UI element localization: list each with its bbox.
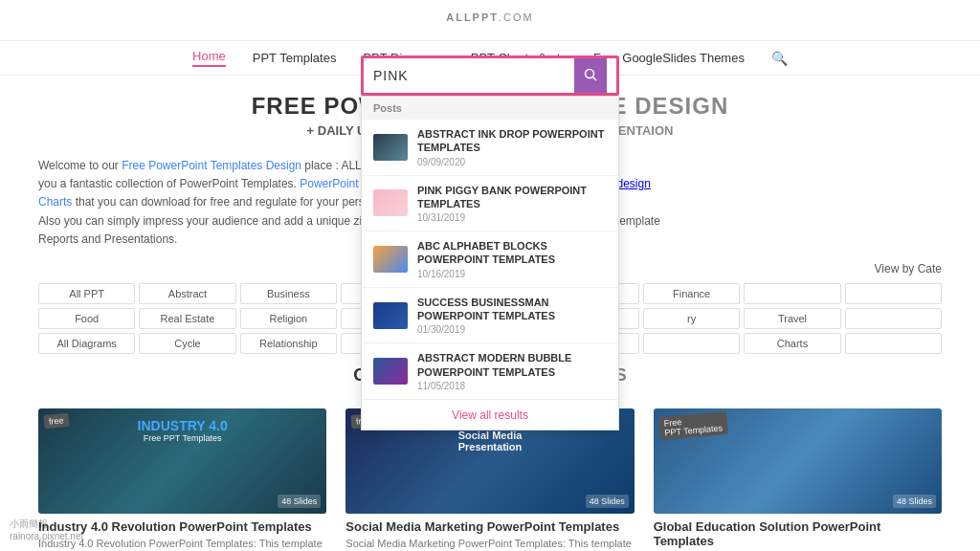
cat-real-estate[interactable]: Real Estate [139, 308, 235, 329]
free-badge: free [43, 413, 69, 429]
dropdown-item-date-3: 01/30/2019 [417, 324, 607, 335]
search-dropdown: Posts ABSTRACT INK DROP POWERPOINT TEMPL… [361, 96, 619, 430]
dropdown-item-content-2: ABC ALPHABET BLOCKS POWERPOINT TEMPLATES… [417, 239, 607, 279]
dropdown-thumb-0 [373, 134, 408, 161]
cat-travel[interactable]: Travel [744, 308, 840, 329]
slides-badge-2: 48 Slides [586, 495, 629, 508]
search-button[interactable] [574, 58, 607, 93]
search-input[interactable] [364, 62, 574, 89]
dropdown-item-2[interactable]: ABC ALPHABET BLOCKS POWERPOINT TEMPLATES… [362, 231, 618, 288]
cat-ry[interactable]: ry [643, 308, 740, 329]
dropdown-item-title-2: ABC ALPHABET BLOCKS POWERPOINT TEMPLATES [417, 239, 607, 267]
view-all-results: View all results [362, 400, 618, 430]
dropdown-thumb-4 [373, 358, 408, 385]
cat-all-diagrams[interactable]: All Diagrams [38, 333, 135, 354]
dropdown-item-content-3: SUCCESS BUSINESSMAN POWERPOINT TEMPLATES… [417, 296, 607, 336]
cat-charts[interactable]: Charts [744, 333, 840, 354]
dropdown-item-date-4: 11/05/2018 [417, 381, 607, 391]
slides-badge-1: 48 Slides [278, 495, 321, 508]
search-icon[interactable]: 🔍 [771, 51, 788, 66]
dropdown-item-3[interactable]: SUCCESS BUSINESSMAN POWERPOINT TEMPLATES… [362, 288, 618, 344]
card-global-education: FreePPT Templates 48 Slides Global Educa… [654, 408, 942, 551]
cat-hidden9[interactable] [643, 333, 740, 354]
cat-hidden3[interactable] [744, 283, 840, 304]
dropdown-item-title-3: SUCCESS BUSINESSMAN POWERPOINT TEMPLATES [417, 296, 607, 323]
dropdown-item-content-1: PINK PIGGY BANK POWERPOINT TEMPLATES 10/… [417, 184, 607, 224]
card-global-education-image[interactable]: FreePPT Templates 48 Slides [654, 408, 942, 514]
dropdown-item-date-1: 10/31/2019 [417, 212, 607, 223]
free-badge-3: FreePPT Templates [658, 411, 728, 440]
cat-hidden10[interactable] [845, 333, 942, 354]
cat-business[interactable]: Business [240, 283, 337, 304]
cat-abstract[interactable]: Abstract [139, 283, 235, 304]
cat-religion[interactable]: Religion [240, 308, 337, 329]
logo-text: ALLPPT [446, 11, 499, 23]
dropdown-item-title-1: PINK PIGGY BANK POWERPOINT TEMPLATES [417, 184, 607, 211]
nav-ppt-templates[interactable]: PPT Templates [253, 51, 337, 65]
card-social-media-desc: Social Media Marketing PowerPoint Templa… [345, 537, 634, 551]
card-global-education-title: Global Education Solution PowerPoint Tem… [654, 519, 942, 548]
dropdown-thumb-1 [373, 189, 408, 216]
dropdown-item-0[interactable]: ABSTRACT INK DROP POWERPOINT TEMPLATES 0… [362, 120, 618, 176]
dropdown-item-date-0: 09/09/2020 [417, 157, 607, 167]
dropdown-thumb-3 [373, 302, 408, 329]
search-overlay: Posts ABSTRACT INK DROP POWERPOINT TEMPL… [361, 55, 619, 430]
free-ppt-link[interactable]: Free PowerPoint Templates Design [122, 159, 301, 172]
dropdown-item-content-4: ABSTRACT MODERN BUBBLE POWERPOINT TEMPLA… [417, 351, 607, 391]
nav-home[interactable]: Home [192, 49, 226, 67]
dropdown-header: Posts [362, 97, 618, 120]
cat-hidden7[interactable] [845, 308, 942, 329]
slides-badge-3: 48 Slides [893, 495, 936, 508]
dropdown-item-title-0: ABSTRACT INK DROP POWERPOINT TEMPLATES [417, 127, 607, 155]
cat-cycle[interactable]: Cycle [139, 333, 235, 354]
dropdown-item-date-2: 10/16/2019 [417, 269, 607, 279]
cat-hidden4[interactable] [845, 283, 942, 304]
card-industry-image[interactable]: free INDUSTRY 4.0 Free PPT Templates 48 … [38, 408, 326, 514]
svg-line-1 [593, 77, 597, 80]
search-icon-btn [584, 68, 597, 81]
site-header: ALLPPT.COM [0, 0, 980, 41]
svg-point-0 [586, 69, 594, 77]
logo-suffix: .COM [499, 11, 534, 23]
dropdown-item-1[interactable]: PINK PIGGY BANK POWERPOINT TEMPLATES 10/… [362, 176, 618, 232]
site-logo: ALLPPT.COM [0, 10, 980, 34]
cat-all-ppt[interactable]: All PPT [38, 283, 135, 304]
watermark: 小雨簡報rainora.pixnet.net [10, 518, 83, 541]
card-social-media-title: Social Media Marketing PowerPoint Templa… [345, 519, 634, 534]
dropdown-item-4[interactable]: ABSTRACT MODERN BUBBLE POWERPOINT TEMPLA… [362, 343, 618, 400]
dropdown-item-content-0: ABSTRACT INK DROP POWERPOINT TEMPLATES 0… [417, 127, 607, 167]
cat-food[interactable]: Food [38, 308, 135, 329]
dropdown-item-title-4: ABSTRACT MODERN BUBBLE POWERPOINT TEMPLA… [417, 351, 607, 379]
view-all-link[interactable]: View all results [452, 408, 528, 422]
cat-finance[interactable]: Finance [643, 283, 740, 304]
cat-relationship[interactable]: Relationship [240, 333, 337, 354]
search-box-container [361, 55, 619, 96]
dropdown-thumb-2 [373, 246, 408, 273]
